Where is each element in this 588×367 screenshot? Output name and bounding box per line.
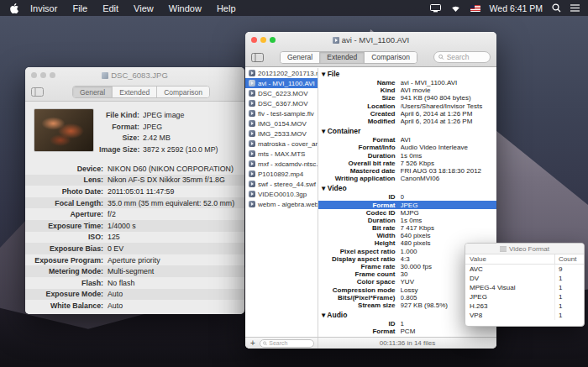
summary-row: Size: 2.42 MB bbox=[99, 133, 244, 144]
detail-row[interactable]: Writing application CanonMVI06 bbox=[318, 175, 496, 182]
popover-titlebar[interactable]: Video Format bbox=[465, 244, 584, 254]
close-button[interactable] bbox=[251, 37, 257, 43]
summary-value: JPEG image bbox=[143, 110, 244, 122]
search-input[interactable] bbox=[447, 53, 486, 61]
detail-row[interactable]: Duration 1s 0ms bbox=[318, 217, 496, 224]
sidebar-file-item[interactable]: P1010892.mp4 bbox=[245, 169, 318, 179]
notification-center-icon[interactable] bbox=[570, 4, 580, 12]
detail-row[interactable]: Format/Info Audio Video Interleave bbox=[318, 144, 496, 151]
exif-row[interactable]: Exposure Program: Aperture priority bbox=[25, 254, 244, 266]
sidebar-file-item[interactable]: flv - test-sample.flv bbox=[245, 108, 318, 118]
detail-row[interactable]: Format PCM bbox=[318, 328, 496, 335]
sidebar-toggle-icon[interactable] bbox=[31, 87, 44, 97]
add-file-button[interactable]: + bbox=[249, 339, 257, 348]
exif-row[interactable]: Flash: No flash bbox=[25, 277, 244, 289]
detail-row[interactable]: Width 640 pixels bbox=[318, 232, 496, 239]
tab-segment[interactable]: General bbox=[281, 52, 320, 63]
detail-row[interactable]: Codec ID MJPG bbox=[318, 209, 496, 217]
tab-segment[interactable]: Extended bbox=[113, 87, 157, 97]
detail-key: Height bbox=[318, 239, 401, 247]
sidebar-search-field[interactable] bbox=[260, 339, 314, 348]
exif-row[interactable]: Lens: Nikon AF-S DX Nikkor 35mm f/1.8G bbox=[25, 175, 244, 186]
detail-row[interactable]: ID 0 bbox=[318, 193, 496, 201]
menu-item[interactable]: Invisor bbox=[23, 3, 65, 13]
format-count-row[interactable]: H.263 1 bbox=[465, 301, 584, 311]
detail-row[interactable]: ▾ File bbox=[318, 69, 496, 79]
detail-row[interactable]: ▾ Video bbox=[318, 183, 496, 193]
format-count-row[interactable]: VP8 1 bbox=[465, 311, 584, 320]
detail-row[interactable]: Format AVI bbox=[318, 136, 496, 144]
summary-key: File Kind: bbox=[99, 110, 143, 122]
sidebar-file-item[interactable]: avi - MVI_1100.AVI bbox=[245, 78, 318, 88]
exif-key: Device: bbox=[25, 165, 108, 173]
sidebar-file-item[interactable]: IMG_2533.MOV bbox=[245, 128, 318, 139]
tab-segment[interactable]: Comparison bbox=[157, 87, 209, 97]
exif-row[interactable]: Exposure Time: 1/4000 s bbox=[25, 220, 244, 232]
detail-row[interactable]: Mastered date FRI AUG 03 18:18:30 2012 bbox=[318, 167, 496, 175]
sidebar-file-item[interactable]: 20121202_201713.mp4 bbox=[245, 68, 318, 78]
detail-row[interactable]: Bit rate 7 417 Kbps bbox=[318, 224, 496, 232]
input-source-flag-icon[interactable] bbox=[470, 5, 480, 12]
detail-row[interactable]: Duration 1s 0ms bbox=[318, 152, 496, 160]
column-header-count[interactable]: Count bbox=[555, 255, 584, 263]
format-count-row[interactable]: DV 1 bbox=[465, 274, 584, 283]
detail-row[interactable]: Kind AVI movie bbox=[318, 87, 496, 94]
format-count: 1 bbox=[555, 293, 584, 301]
detail-row[interactable]: Created April 6, 2014 at 1:26 PM bbox=[318, 110, 496, 118]
column-header-value[interactable]: Value bbox=[465, 254, 555, 264]
sidebar-file-item[interactable]: swf - stereo_44.swf bbox=[245, 179, 318, 189]
menu-bar: Invisor File Edit View Window Help bbox=[0, 0, 588, 16]
apple-menu-icon[interactable] bbox=[8, 3, 19, 13]
tab-segment[interactable]: General bbox=[73, 87, 113, 97]
exif-row[interactable]: Focal Length: 35.0 mm (35 mm equivalent:… bbox=[25, 197, 244, 209]
sidebar-file-item[interactable]: webm - algebra.webm bbox=[245, 199, 318, 209]
wifi-icon[interactable] bbox=[450, 4, 461, 13]
sidebar-file-item[interactable]: DSC_6223.MOV bbox=[245, 88, 318, 98]
exif-row[interactable]: Metering Mode: Multi-segment bbox=[25, 265, 244, 277]
detail-row[interactable]: Location /Users/Shared/Invisor Tests bbox=[318, 102, 496, 110]
display-icon[interactable] bbox=[430, 4, 441, 13]
detail-key: Width bbox=[318, 232, 401, 239]
sidebar-toggle-icon[interactable] bbox=[251, 53, 264, 62]
spotlight-search-icon[interactable] bbox=[552, 3, 561, 13]
toolbar-search-field[interactable] bbox=[433, 51, 491, 63]
tab-segment[interactable]: Comparison bbox=[365, 52, 417, 63]
menu-item[interactable]: Window bbox=[161, 3, 209, 13]
detail-row[interactable]: Name avi - MVI_1100.AVI bbox=[318, 79, 496, 87]
zoom-button[interactable] bbox=[270, 37, 276, 43]
sidebar-file-item[interactable]: DSC_6367.MOV bbox=[245, 98, 318, 108]
detail-row[interactable]: Modified April 6, 2014 at 1:26 PM bbox=[318, 118, 496, 125]
exif-row[interactable]: Exposure Bias: 0 EV bbox=[25, 243, 244, 254]
format-value: JPEG bbox=[465, 292, 555, 301]
sidebar-file-item[interactable]: mts - MAX.MTS bbox=[245, 149, 318, 159]
exif-row[interactable]: Device: NIKON D60 (NIKON CORPORATION) bbox=[25, 163, 244, 175]
tab-segment[interactable]: Extended bbox=[320, 52, 365, 63]
info-tab-control: General Extended Comparison bbox=[280, 51, 417, 64]
menu-item[interactable]: Edit bbox=[95, 3, 126, 13]
minimize-button[interactable] bbox=[260, 37, 266, 43]
format-count-row[interactable]: AVC 9 bbox=[465, 265, 584, 274]
menu-item[interactable]: Help bbox=[209, 3, 244, 13]
detail-row[interactable]: Format JPEG bbox=[318, 201, 496, 208]
exif-row[interactable]: White Balance: Auto bbox=[25, 300, 244, 312]
exif-row[interactable]: Aperture: f/2 bbox=[25, 208, 244, 220]
format-count-row[interactable]: JPEG 1 bbox=[465, 292, 584, 301]
sidebar-file-item[interactable]: mxf - xdcamdv-ntsc.mxf bbox=[245, 159, 318, 169]
menu-clock[interactable]: Wed 6:41 PM bbox=[490, 3, 543, 13]
sidebar-file-item[interactable]: VIDEO0010.3gp bbox=[245, 189, 318, 199]
sidebar-file-item[interactable]: IMG_0154.MOV bbox=[245, 118, 318, 128]
summary-value: 2.42 MB bbox=[143, 133, 244, 144]
exif-row[interactable]: Exposure Mode: Auto bbox=[25, 289, 244, 301]
exif-row[interactable]: Photo Date: 2011:05:01 11:47:59 bbox=[25, 186, 244, 197]
sidebar-search-input[interactable] bbox=[269, 340, 311, 346]
menu-item[interactable]: File bbox=[65, 3, 95, 13]
info-window-titlebar[interactable]: avi - MVI_1100.AVI bbox=[245, 32, 496, 48]
exif-row[interactable]: ISO: 125 bbox=[25, 232, 244, 244]
format-count-row[interactable]: MPEG-4 Visual 1 bbox=[465, 283, 584, 292]
photo-window-titlebar[interactable]: DSC_6083.JPG bbox=[25, 67, 244, 83]
sidebar-file-item[interactable]: matroska - cover_art.mkv bbox=[245, 139, 318, 149]
menu-item[interactable]: View bbox=[126, 3, 161, 13]
detail-row[interactable]: Overall bit rate 7 526 Kbps bbox=[318, 160, 496, 167]
detail-row[interactable]: ▾ Container bbox=[318, 126, 496, 136]
detail-row[interactable]: Size 941 KB (940 804 bytes) bbox=[318, 94, 496, 102]
